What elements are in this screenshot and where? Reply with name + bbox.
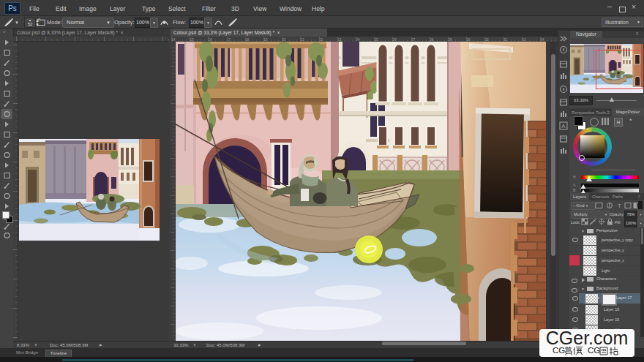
svg-text:T: T <box>618 203 621 209</box>
svg-text:A: A <box>561 123 566 129</box>
